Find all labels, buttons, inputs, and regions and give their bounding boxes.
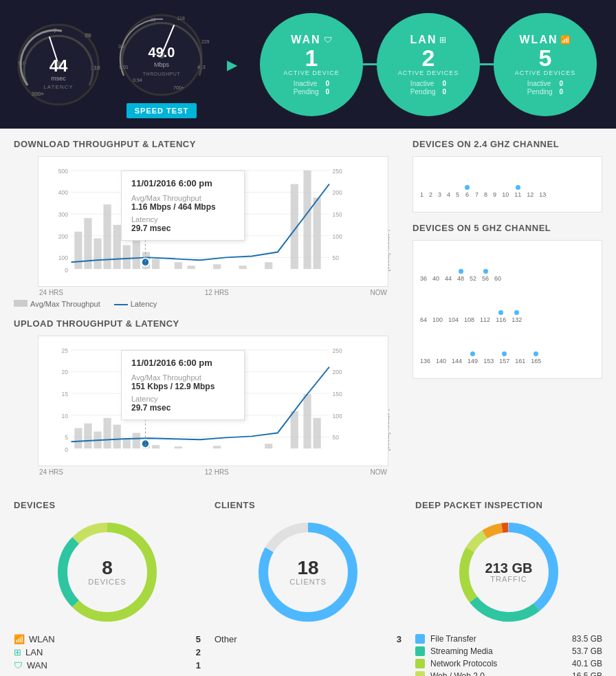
left-charts: DOWNLOAD THROUGHPUT & LATENCY Throughput… [14, 139, 399, 486]
channel-5-dot-group: 48 [457, 269, 464, 282]
clients-panel: CLIENTS 18 CLIENTS Oth [214, 500, 402, 676]
lan-title: LAN [410, 34, 437, 46]
channel-5-number: 132 [512, 316, 522, 323]
svg-text:100: 100 [58, 254, 68, 261]
channel-5-number: 140 [436, 358, 446, 364]
svg-text:200: 200 [333, 189, 342, 196]
channel-5-number: 40 [432, 275, 439, 282]
lan-number: 2 [422, 46, 435, 69]
svg-text:200+: 200+ [32, 91, 44, 97]
channel-5-dot-group: 44 [445, 269, 452, 282]
dpi-item-value: 16.5 GB [572, 671, 602, 676]
svg-rect-90 [313, 418, 320, 448]
wlan-sub: ACTIVE DEVICES [515, 69, 576, 76]
channel-5-number: 116 [496, 316, 506, 323]
lan-icon: ⊞ [14, 647, 21, 657]
clients-donut-center: 18 CLIENTS [289, 558, 326, 586]
wan-icon: 🛡 [14, 660, 23, 670]
svg-rect-77 [84, 424, 91, 449]
upload-tooltip-date: 11/01/2016 6:00 pm [131, 358, 234, 368]
channel-number: 12 [527, 191, 534, 198]
wan-inactive-val: 0 [326, 80, 330, 87]
wan-pending-val: 0 [326, 88, 330, 96]
svg-rect-43 [94, 239, 101, 269]
throughput-legend-icon [14, 300, 28, 307]
devices-panel: DEVICES 8 [14, 500, 201, 676]
channel-5-dot [502, 351, 507, 356]
svg-text:229: 229 [201, 39, 210, 44]
svg-rect-50 [175, 262, 182, 269]
channel-5-dot [459, 269, 463, 274]
svg-text:0.94: 0.94 [133, 78, 142, 83]
dpi-title: DEEP PACKET INSPECTION [415, 500, 602, 510]
svg-rect-89 [303, 394, 311, 448]
svg-text:msec: msec [51, 75, 66, 82]
lan-network-icon: ⊞ [439, 35, 446, 45]
wlan-inactive-val: 0 [560, 80, 564, 87]
channel-5-row: 64100104108112116132 [420, 289, 595, 330]
channel-dot-group: 2 [429, 185, 432, 198]
download-chart-wrapper: Throughput [Mbps] Latency [msec] 11/01/2… [38, 156, 388, 296]
wlan-number: 5 [539, 46, 552, 69]
channel-dot-group: 8 [484, 185, 487, 198]
channel-5-dot-group: 40 [432, 269, 439, 282]
svg-rect-56 [303, 171, 311, 269]
download-tooltip: 11/01/2016 6:00 pm Avg/Max Throughput 1.… [121, 171, 245, 241]
channel-5-number: 56 [482, 275, 489, 282]
top-bar: 7 59 0.9 116 200+ 44 msec LATENCY [0, 0, 616, 129]
channel-number: 8 [484, 191, 487, 198]
download-legend-latency: Latency [131, 300, 157, 308]
wan-sub: ACTIVE DEVICE [283, 69, 340, 76]
channel-5-dot-group: 56 [482, 269, 489, 282]
clients-number: 18 [289, 558, 326, 578]
download-chart-area: 11/01/2016 6:00 pm Avg/Max Throughput 1.… [38, 156, 388, 287]
throughput-gauge: 22 118 0.2 229 413 700+ 0.01 0.94 49.0 M… [113, 10, 210, 100]
devices-list: 📶WLAN 5 ⊞LAN 2 🛡WAN 1 [14, 634, 201, 670]
svg-text:THROUGHPUT: THROUGHPUT [143, 72, 181, 76]
dpi-legend-item: File Transfer 83.5 GB [415, 634, 602, 644]
svg-text:10: 10 [61, 413, 68, 419]
devices-number: 8 [88, 558, 126, 578]
channel-5-dot-group: 136 [420, 351, 430, 364]
svg-text:59: 59 [85, 32, 91, 39]
dpi-item-label: Network Protocols [430, 659, 572, 668]
upload-latency-label: Latency [131, 395, 234, 403]
channel-number: 7 [475, 191, 478, 198]
channel-dot-group: 9 [493, 185, 496, 198]
svg-rect-57 [313, 197, 320, 269]
dpi-color-swatch [415, 634, 425, 644]
speed-test-button[interactable]: SPEED TEST [126, 103, 197, 118]
channel-number: 6 [465, 191, 469, 198]
client-other-label: Other [214, 634, 237, 644]
dpi-legend-item: Streaming Media 53.7 GB [415, 646, 602, 656]
svg-text:0: 0 [65, 446, 68, 453]
svg-text:500: 500 [58, 168, 68, 175]
svg-rect-80 [113, 425, 121, 449]
svg-text:49.0: 49.0 [148, 45, 175, 60]
lan-pending-val: 0 [443, 88, 447, 96]
network-circles: WAN 🛡 1 ACTIVE DEVICE Inactive 0 Pending… [254, 13, 602, 116]
device-item-lan: ⊞LAN 2 [14, 647, 201, 657]
dpi-legend-item: Web / Web 2.0 16.5 GB [415, 671, 602, 676]
lan-inactive-label: Inactive [410, 80, 436, 87]
channel-5-number: 149 [468, 358, 478, 364]
channel-5-number: 144 [452, 358, 462, 364]
dpi-sublabel: TRAFFIC [485, 575, 533, 583]
download-title: DOWNLOAD THROUGHPUT & LATENCY [14, 139, 399, 149]
channel-24-area: 12345678910111213 [412, 156, 602, 212]
main-content: DOWNLOAD THROUGHPUT & LATENCY Throughput… [0, 129, 616, 676]
svg-rect-87 [265, 444, 272, 448]
dpi-legend: File Transfer 83.5 GB Streaming Media 53… [415, 634, 602, 676]
channel-number: 13 [539, 191, 546, 198]
download-x-labels: 24 HRS 12 HRS NOW [38, 289, 388, 296]
svg-text:118: 118 [177, 16, 185, 21]
svg-text:44: 44 [50, 56, 68, 75]
svg-rect-81 [123, 438, 131, 448]
wan-pending-label: Pending [294, 88, 319, 96]
channel-5-dot-group: 153 [483, 351, 494, 364]
channel-24-section: DEVICES ON 2.4 GHZ CHANNEL 1234567891011… [412, 139, 602, 212]
channel-dot-group: 1 [420, 185, 424, 198]
download-legend: Avg/Max Throughput Latency [14, 300, 399, 308]
channel-5-dot-group: 104 [448, 310, 459, 323]
channel-5-dot-group: 161 [515, 351, 525, 364]
